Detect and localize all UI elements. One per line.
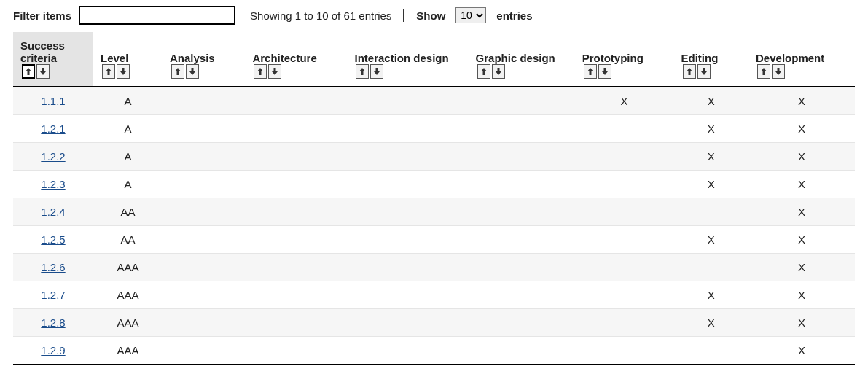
column-label: Analysis <box>170 52 215 64</box>
cell-success_criteria: 1.2.8 <box>13 309 93 337</box>
success-criteria-link[interactable]: 1.1.1 <box>41 95 65 107</box>
success-criteria-link[interactable]: 1.2.8 <box>41 316 65 329</box>
cell-editing: X <box>674 226 749 254</box>
cell-prototyping <box>575 198 674 226</box>
cell-success_criteria: 1.2.1 <box>13 115 93 143</box>
cell-architecture <box>245 281 347 309</box>
cell-interaction_design <box>347 281 468 309</box>
cell-level: A <box>93 171 163 198</box>
arrow-up-icon <box>105 67 112 76</box>
cell-architecture <box>245 115 347 143</box>
success-criteria-link[interactable]: 1.2.4 <box>41 206 65 218</box>
sort-buttons <box>757 64 785 79</box>
sort-asc-button[interactable] <box>477 64 490 79</box>
cell-editing: X <box>674 309 749 337</box>
sort-desc-button[interactable] <box>697 64 711 79</box>
sort-asc-button[interactable] <box>102 64 115 79</box>
table-controls: Filter items Showing 1 to 10 of 61 entri… <box>13 6 855 25</box>
cell-prototyping <box>575 171 674 198</box>
table-row: 1.2.4AAX <box>13 198 855 226</box>
sort-asc-button[interactable] <box>356 64 369 79</box>
cell-interaction_design <box>347 87 468 115</box>
sort-asc-button[interactable] <box>22 64 35 79</box>
sort-desc-button[interactable] <box>370 64 383 79</box>
table-row: 1.2.3AXX <box>13 171 855 198</box>
cell-editing: X <box>674 171 749 198</box>
sort-asc-button[interactable] <box>757 64 770 79</box>
column-header-editing: Editing <box>674 32 749 87</box>
cell-prototyping <box>575 337 674 365</box>
arrow-up-icon <box>686 67 693 76</box>
cell-interaction_design <box>347 143 468 171</box>
show-label-prefix: Show <box>416 9 445 22</box>
filter-input[interactable] <box>79 6 235 25</box>
success-criteria-link[interactable]: 1.2.1 <box>41 122 65 135</box>
cell-interaction_design <box>347 337 468 365</box>
column-label: Level <box>101 52 128 64</box>
table-row: 1.1.1AXXX <box>13 87 855 115</box>
column-header-architecture: Architecture <box>245 32 347 87</box>
cell-editing <box>674 198 749 226</box>
success-criteria-link[interactable]: 1.2.6 <box>41 261 65 273</box>
cell-success_criteria: 1.2.4 <box>13 198 93 226</box>
cell-interaction_design <box>347 115 468 143</box>
cell-interaction_design <box>347 171 468 198</box>
sort-buttons <box>171 64 199 79</box>
sort-asc-button[interactable] <box>254 64 267 79</box>
cell-analysis <box>163 281 245 309</box>
cell-prototyping <box>575 254 674 281</box>
cell-architecture <box>245 337 347 365</box>
cell-interaction_design <box>347 226 468 254</box>
cell-analysis <box>163 115 245 143</box>
sort-desc-button[interactable] <box>117 64 130 79</box>
sort-asc-button[interactable] <box>171 64 184 79</box>
cell-level: A <box>93 143 163 171</box>
arrow-down-icon <box>775 67 782 76</box>
cell-architecture <box>245 198 347 226</box>
cell-level: AA <box>93 226 163 254</box>
sort-desc-button[interactable] <box>186 64 199 79</box>
cell-prototyping <box>575 115 674 143</box>
cell-graphic_design <box>469 87 575 115</box>
success-criteria-link[interactable]: 1.2.9 <box>41 344 65 357</box>
cell-interaction_design <box>347 198 468 226</box>
cell-graphic_design <box>469 171 575 198</box>
column-header-interaction_design: Interaction design <box>347 32 468 87</box>
column-header-graphic_design: Graphic design <box>469 32 575 87</box>
cell-development: X <box>748 226 855 254</box>
cell-analysis <box>163 309 245 337</box>
sort-desc-button[interactable] <box>268 64 281 79</box>
sort-asc-button[interactable] <box>683 64 696 79</box>
arrow-up-icon <box>257 67 264 76</box>
column-header-analysis: Analysis <box>163 32 245 87</box>
cell-analysis <box>163 226 245 254</box>
arrow-down-icon <box>189 67 196 76</box>
sort-desc-button[interactable] <box>598 64 611 79</box>
success-criteria-link[interactable]: 1.2.3 <box>41 178 65 190</box>
cell-graphic_design <box>469 281 575 309</box>
column-label: Editing <box>681 52 719 64</box>
arrow-down-icon <box>271 67 278 76</box>
success-criteria-link[interactable]: 1.2.7 <box>41 289 65 301</box>
cell-level: AAA <box>93 337 163 365</box>
cell-prototyping: X <box>575 87 674 115</box>
cell-graphic_design <box>469 143 575 171</box>
table-row: 1.2.6AAAX <box>13 254 855 281</box>
sort-asc-button[interactable] <box>584 64 597 79</box>
column-label: Success criteria <box>20 39 65 64</box>
cell-architecture <box>245 171 347 198</box>
sort-desc-button[interactable] <box>772 64 785 79</box>
success-criteria-link[interactable]: 1.2.2 <box>41 150 65 163</box>
cell-success_criteria: 1.2.7 <box>13 281 93 309</box>
cell-level: A <box>93 87 163 115</box>
show-label-suffix: entries <box>496 9 532 22</box>
sort-desc-button[interactable] <box>492 64 505 79</box>
arrow-down-icon <box>601 67 609 76</box>
cell-prototyping <box>575 143 674 171</box>
success-criteria-link[interactable]: 1.2.5 <box>41 233 65 246</box>
cell-architecture <box>245 87 347 115</box>
column-header-development: Development <box>748 32 855 87</box>
page-size-select[interactable]: 10 <box>455 7 486 23</box>
cell-analysis <box>163 337 245 365</box>
sort-desc-button[interactable] <box>36 64 50 79</box>
